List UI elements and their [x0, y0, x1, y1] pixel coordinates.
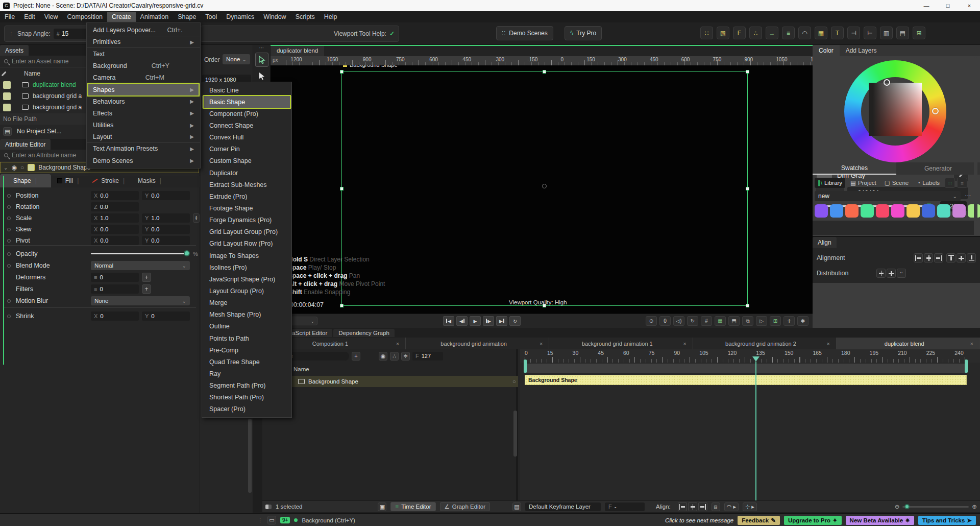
graph-editor-button[interactable]: ∠ Graph Editor: [440, 502, 491, 511]
scrollbar[interactable]: [513, 411, 517, 457]
kf-align-right-button[interactable]: [698, 502, 707, 511]
composition-tab[interactable]: duplicator blend ×: [837, 338, 980, 349]
kf-align-center-button[interactable]: [688, 502, 697, 511]
submenu-item[interactable]: Connect Shape: [202, 119, 291, 131]
swatches-tab[interactable]: Generator: [896, 162, 980, 175]
shrink-x-field[interactable]: X0: [91, 312, 139, 321]
asset-color-swatch[interactable]: [3, 104, 11, 111]
create-menu-item[interactable]: Behaviours ▶: [87, 95, 200, 107]
menu-bar-item[interactable]: Animation: [136, 12, 174, 22]
tool-icon-button[interactable]: ▥: [880, 27, 893, 39]
filter-settings-icon[interactable]: ≑: [401, 352, 410, 361]
work-area-start-handle[interactable]: [524, 360, 527, 373]
align-top-button[interactable]: [946, 253, 955, 262]
quality-select[interactable]: ⌄: [288, 317, 317, 325]
viewport-option-button[interactable]: ↻: [687, 316, 698, 326]
work-area-end-handle[interactable]: [965, 360, 968, 373]
asset-name[interactable]: background grid a: [33, 104, 82, 111]
viewport-option-button[interactable]: ◁): [673, 316, 684, 326]
direct-select-tool-button[interactable]: [255, 69, 268, 83]
submenu-item[interactable]: Grid Layout Group (Pro): [202, 226, 291, 238]
submenu-item[interactable]: Image To Shapes: [202, 250, 291, 261]
submenu-item[interactable]: Isolines (Pro): [202, 261, 291, 273]
playhead-handle[interactable]: [752, 356, 760, 362]
attribute-tab[interactable]: Fill |: [51, 174, 86, 187]
menu-bar-item[interactable]: File: [0, 12, 19, 22]
more-tools-icon[interactable]: ⋯: [253, 45, 270, 51]
ease-curve-button[interactable]: ◠ ▸: [724, 503, 739, 511]
menu-bar-item[interactable]: Dynamics: [222, 12, 259, 22]
create-menu-item[interactable]: Shapes ▶: [87, 84, 200, 95]
submenu-item[interactable]: Corner Pin: [202, 144, 291, 155]
asset-name[interactable]: duplicator blend: [33, 81, 76, 88]
timeline-track-area[interactable]: 0 15 30 45 60 75 90 105 120 1: [520, 349, 980, 512]
menu-bar-item[interactable]: Window: [259, 12, 290, 22]
value-field-y[interactable]: Y 0.0: [142, 191, 190, 200]
skip-to-start-button[interactable]: ◀: [443, 316, 454, 326]
try-pro-button[interactable]: ϟ Try Pro: [565, 26, 602, 40]
color-swatch[interactable]: [952, 204, 966, 218]
create-menu-item[interactable]: Text: [87, 48, 200, 60]
composition-tab[interactable]: background grid animation 2 ×: [693, 338, 837, 349]
color-swatch[interactable]: [922, 204, 935, 218]
submenu-item[interactable]: Basic Shape: [202, 96, 291, 108]
select-tool-button[interactable]: [255, 53, 268, 67]
project-tab[interactable]: ▤Project: [847, 178, 879, 188]
tool-icon-button[interactable]: ▦: [815, 27, 827, 39]
promo-button[interactable]: Upgrade to Pro ✦: [784, 516, 842, 525]
current-frame-field[interactable]: F 127: [412, 352, 443, 361]
tool-icon-button[interactable]: ◠: [798, 27, 811, 39]
close-tab-icon[interactable]: ×: [824, 341, 831, 347]
close-tab-icon[interactable]: ×: [394, 341, 401, 347]
viewport-canvas[interactable]: Background Shape Hold S Direct Layer Sel…: [271, 65, 813, 314]
submenu-item[interactable]: Convex Hull: [202, 132, 291, 144]
keyframe-toggle-icon[interactable]: [7, 228, 11, 231]
value-field-y[interactable]: Y 0.0: [142, 236, 190, 245]
status-message[interactable]: Background (Ctrl+Y): [302, 517, 355, 523]
tool-icon-button[interactable]: ▧: [717, 27, 729, 39]
color-swatch[interactable]: [876, 204, 889, 218]
close-tab-icon[interactable]: ×: [537, 341, 545, 347]
submenu-item[interactable]: Forge Dynamics (Pro): [202, 214, 291, 226]
list-view-button[interactable]: ≡: [957, 178, 967, 188]
submenu-item[interactable]: Duplicator: [202, 167, 291, 179]
resize-handle-nw[interactable]: [340, 70, 344, 74]
viewport-option-button[interactable]: ✱: [797, 316, 808, 326]
submenu-item[interactable]: Mesh Shape (Pro): [202, 309, 291, 321]
close-button[interactable]: ×: [959, 0, 980, 11]
skip-to-end-button[interactable]: ▶: [496, 316, 507, 326]
messages-icon[interactable]: ▭: [267, 516, 276, 524]
attribute-tab[interactable]: Masks |: [132, 174, 168, 187]
eyedropper-icon[interactable]: [2, 71, 7, 76]
pivot-indicator[interactable]: [542, 184, 547, 188]
align-left-button[interactable]: [914, 253, 923, 262]
menu-bar-item[interactable]: Shape: [173, 12, 201, 22]
swatches-tab[interactable]: Swatches: [813, 162, 896, 175]
keyframe-toggle-icon[interactable]: [7, 205, 11, 209]
viewport-option-button[interactable]: #: [701, 316, 712, 326]
create-menu-item[interactable]: Primitives ▶: [87, 36, 200, 48]
assets-tab[interactable]: Assets: [0, 45, 29, 56]
timeline-ruler[interactable]: 0 15 30 45 60 75 90 105 120 1: [520, 349, 980, 363]
composition-tab[interactable]: background grid animation 1 ×: [549, 338, 693, 349]
tool-icon-button[interactable]: ∴: [749, 27, 762, 39]
panel-tab[interactable]: Color: [813, 45, 840, 56]
resize-handle-e[interactable]: [746, 187, 749, 190]
add-filter-button[interactable]: +: [142, 284, 151, 294]
attribute-tab[interactable]: Shape |: [0, 174, 51, 187]
distribute-stagger-button[interactable]: ⁙: [897, 269, 906, 278]
zoom-in-icon[interactable]: ⊕: [972, 503, 977, 510]
chevron-down-icon[interactable]: ⌄: [4, 165, 8, 171]
viewport-option-button[interactable]: ⊞: [770, 316, 781, 326]
submenu-item[interactable]: Segment Path (Pro): [202, 380, 291, 392]
scrollbar[interactable]: [974, 57, 977, 221]
next-message-notice[interactable]: Click to see next message: [665, 517, 733, 523]
labels-tab[interactable]: ◔Labels: [914, 178, 943, 188]
create-menu-item[interactable]: Layout ▶: [87, 131, 200, 143]
menu-bar-item[interactable]: Create: [107, 12, 136, 22]
snap-mode-button[interactable]: ⊹ ▸: [743, 503, 757, 511]
submenu-item[interactable]: Shortest Path (Pro): [202, 392, 291, 403]
create-menu-item[interactable]: Background Ctrl+Y: [87, 60, 200, 72]
submenu-item[interactable]: Custom Shape: [202, 155, 291, 167]
submenu-item[interactable]: Extrude (Pro): [202, 190, 291, 202]
